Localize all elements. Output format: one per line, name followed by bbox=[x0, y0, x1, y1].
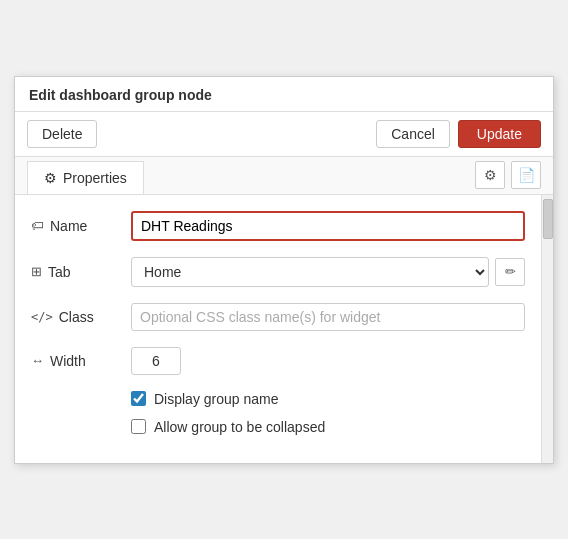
dialog-toolbar: Delete Cancel Update bbox=[15, 112, 553, 157]
tab-row: ⊞ Tab Home Dashboard Settings ✏ bbox=[31, 257, 525, 287]
tab-select-wrapper: Home Dashboard Settings ✏ bbox=[131, 257, 525, 287]
name-label-text: Name bbox=[50, 218, 87, 234]
tab-edit-button[interactable]: ✏ bbox=[495, 258, 525, 286]
class-label-text: Class bbox=[59, 309, 94, 325]
width-label: ↔ Width bbox=[31, 353, 131, 369]
width-row: ↔ Width bbox=[31, 347, 525, 375]
width-icon: ↔ bbox=[31, 353, 44, 368]
name-row: 🏷 Name bbox=[31, 211, 525, 241]
display-group-label: Display group name bbox=[154, 391, 279, 407]
settings-icon-button[interactable]: ⚙ bbox=[475, 161, 505, 189]
name-label: 🏷 Name bbox=[31, 218, 131, 234]
tabs-row: ⚙ Properties ⚙ 📄 bbox=[15, 157, 553, 195]
edit-dialog: Edit dashboard group node Delete Cancel … bbox=[14, 76, 554, 464]
tab-select[interactable]: Home Dashboard Settings bbox=[131, 257, 489, 287]
tab-properties[interactable]: ⚙ Properties bbox=[27, 161, 144, 194]
scrollbar[interactable] bbox=[541, 195, 553, 463]
toolbar-right: Cancel Update bbox=[376, 120, 541, 148]
delete-button[interactable]: Delete bbox=[27, 120, 97, 148]
allow-collapse-label: Allow group to be collapsed bbox=[154, 419, 325, 435]
gear-tab-icon: ⚙ bbox=[44, 170, 57, 186]
allow-collapse-row: Allow group to be collapsed bbox=[131, 419, 525, 435]
document-icon-button[interactable]: 📄 bbox=[511, 161, 541, 189]
class-icon: </> bbox=[31, 310, 53, 324]
tab-icon: ⊞ bbox=[31, 264, 42, 279]
allow-collapse-checkbox[interactable] bbox=[131, 419, 146, 434]
width-input[interactable] bbox=[131, 347, 181, 375]
width-label-text: Width bbox=[50, 353, 86, 369]
display-group-checkbox[interactable] bbox=[131, 391, 146, 406]
name-input[interactable] bbox=[131, 211, 525, 241]
tab-label: ⊞ Tab bbox=[31, 264, 131, 280]
dialog-title: Edit dashboard group node bbox=[15, 77, 553, 112]
update-button[interactable]: Update bbox=[458, 120, 541, 148]
cancel-button[interactable]: Cancel bbox=[376, 120, 450, 148]
class-input[interactable] bbox=[131, 303, 525, 331]
scrollbar-thumb bbox=[543, 199, 553, 239]
tab-icons: ⚙ 📄 bbox=[475, 161, 541, 189]
content-area: 🏷 Name ⊞ Tab Home Dashboard Settings bbox=[15, 195, 553, 463]
form-body: 🏷 Name ⊞ Tab Home Dashboard Settings bbox=[15, 195, 541, 463]
class-label: </> Class bbox=[31, 309, 131, 325]
class-row: </> Class bbox=[31, 303, 525, 331]
name-icon: 🏷 bbox=[31, 218, 44, 233]
tab-label-text: Tab bbox=[48, 264, 71, 280]
display-group-row: Display group name bbox=[131, 391, 525, 407]
tab-properties-label: Properties bbox=[63, 170, 127, 186]
